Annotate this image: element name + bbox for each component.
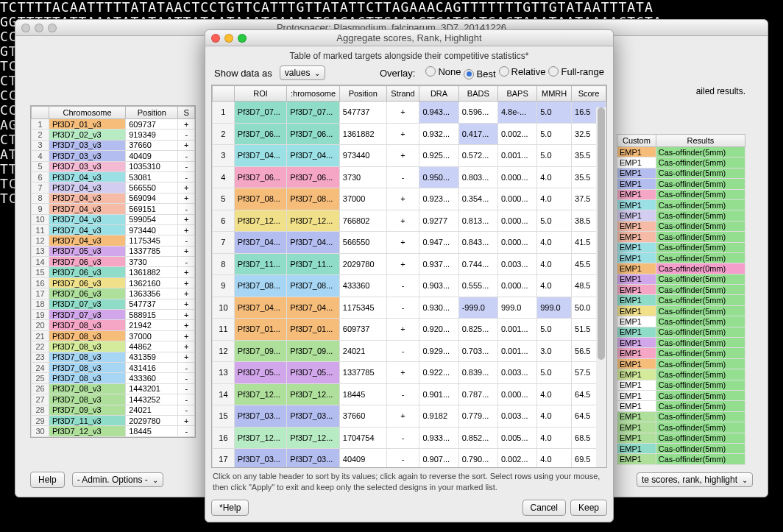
scrollbar[interactable] [596, 107, 606, 467]
table-row[interactable]: EMP1Cas-offinder(5mm) [617, 369, 745, 380]
col-header[interactable]: DRA [419, 86, 458, 102]
col-header[interactable]: :hromosome [287, 86, 339, 102]
table-row[interactable]: EMP1Cas-offinder(5mm) [617, 168, 745, 178]
col-header[interactable]: Chromosome [49, 107, 126, 119]
cancel-button[interactable]: Cancel [522, 500, 566, 516]
table-row[interactable]: 4Pf3D7_06...Pf3D7_06...3730-0.950...0.80… [213, 166, 606, 188]
table-row[interactable]: 28Pf3D7_09_v324021- [32, 405, 195, 415]
col-header[interactable]: S [178, 107, 195, 119]
table-row[interactable]: EMP1Cas-offinder(5mm) [617, 443, 745, 453]
table-row[interactable]: 6Pf3D7_12...Pf3D7_12...766802+0.92770.81… [213, 210, 606, 232]
table-row[interactable]: 1Pf3D7_01_v3609737+ [32, 119, 195, 130]
table-row[interactable]: 11Pf3D7_01...Pf3D7_01...609737+0.920...0… [213, 319, 606, 341]
table-row[interactable]: 18Pf3D7_07_v3547737+ [32, 299, 195, 309]
table-row[interactable]: 7Pf3D7_04_v3566550+ [32, 182, 195, 193]
table-row[interactable]: 8Pf3D7_11...Pf3D7_11...2029780+0.937...0… [213, 253, 606, 275]
col-header[interactable]: ROI [234, 86, 286, 102]
table-row[interactable]: EMP1Cas-offinder(5mm) [617, 348, 745, 358]
dialog-help-button[interactable]: *Help [211, 500, 249, 516]
table-row[interactable]: 12Pf3D7_04_v31175345- [32, 235, 195, 246]
table-row[interactable]: EMP1Cas-offinder(5mm) [617, 210, 745, 221]
overlay-option-relative[interactable]: Relative [499, 66, 546, 77]
table-row[interactable]: 6Pf3D7_04_v353081- [32, 171, 195, 182]
table-row[interactable]: 13Pf3D7_05...Pf3D7_05...1337785+0.922...… [213, 362, 606, 384]
admin-options-select[interactable]: - Admin. Options - [72, 472, 163, 487]
table-row[interactable]: 3Pf3D7_04...Pf3D7_04...973440+0.925...0.… [213, 145, 606, 167]
col-header[interactable] [32, 107, 49, 119]
col-header[interactable]: Custom [617, 135, 656, 147]
table-row[interactable]: 12Pf3D7_09...Pf3D7_09...24021-0.929...0.… [213, 340, 606, 362]
table-row[interactable]: 24Pf3D7_08_v3431416- [32, 362, 195, 372]
col-header[interactable]: Position [339, 86, 386, 102]
table-row[interactable]: EMP1Cas-offinder(5mm) [617, 390, 745, 400]
table-row[interactable]: 2Pf3D7_06...Pf3D7_06...1361882+0.932...0… [213, 123, 606, 145]
overlay-option-best[interactable]: Best [464, 68, 495, 79]
table-row[interactable]: 1Pf3D7_07...Pf3D7_07...547737+0.943...0.… [213, 102, 606, 124]
table-row[interactable]: 16Pf3D7_12...Pf3D7_12...1704754-0.933...… [213, 427, 606, 449]
table-row[interactable]: EMP1Cas-offinder(5mm) [617, 274, 745, 284]
table-row[interactable]: EMP1Cas-offinder(5mm) [617, 338, 745, 348]
table-row[interactable]: 15Pf3D7_06_v31361882+ [32, 267, 195, 277]
left-table[interactable]: ChromosomePositionS1Pf3D7_01_v3609737+2P… [30, 105, 196, 438]
table-row[interactable]: EMP1Cas-offinder(5mm) [617, 232, 745, 242]
right-table[interactable]: CustomResultsEMP1Cas-offinder(5mm)EMP1Ca… [617, 134, 745, 465]
table-row[interactable]: EMP1Cas-offinder(5mm) [617, 189, 745, 199]
overlay-option-none[interactable]: None [425, 66, 461, 77]
table-row[interactable]: EMP1Cas-offinder(5mm) [617, 285, 745, 295]
table-row[interactable]: EMP1Cas-offinder(5mm) [617, 327, 745, 337]
table-row[interactable]: 30Pf3D7_12_v318445- [32, 426, 195, 436]
table-row[interactable]: 3Pf3D7_03_v337660+ [32, 140, 195, 150]
table-row[interactable]: EMP1Cas-offinder(5mm) [617, 411, 745, 422]
table-row[interactable]: EMP1Cas-offinder(5mm) [617, 157, 745, 168]
table-row[interactable]: EMP1Cas-offinder(5mm) [617, 295, 745, 305]
overlay-option-full-range[interactable]: Full-range [548, 66, 604, 77]
table-row[interactable]: EMP1Cas-offinder(5mm) [617, 454, 745, 464]
table-row[interactable]: EMP1Cas-offinder(5mm) [617, 433, 745, 443]
table-row[interactable]: 29Pf3D7_11_v32029780+ [32, 415, 195, 425]
table-row[interactable]: 7Pf3D7_04...Pf3D7_04...566550+0.947...0.… [213, 232, 606, 254]
table-row[interactable]: EMP1Cas-offinder(5mm) [617, 221, 745, 231]
dialog-titlebar[interactable]: Aggregate scores, Rank, Highlight [205, 30, 613, 46]
table-row[interactable]: 13Pf3D7_05_v31337785+ [32, 246, 195, 256]
table-row[interactable]: 26Pf3D7_08_v31443201- [32, 383, 195, 394]
show-data-select[interactable]: values [280, 65, 326, 80]
table-row[interactable]: EMP1Cas-offinder(5mm) [617, 316, 745, 327]
table-row[interactable]: EMP1Cas-offinder(5mm) [617, 147, 745, 157]
table-row[interactable]: EMP1Cas-offinder(5mm) [617, 252, 745, 263]
keep-button[interactable]: Keep [570, 500, 607, 516]
col-header[interactable]: BADS [458, 86, 497, 102]
col-header[interactable]: Position [126, 107, 178, 119]
table-row[interactable]: EMP1Cas-offinder(0mm) [617, 263, 745, 274]
col-header[interactable]: Strand [386, 86, 419, 102]
col-header[interactable]: MMRH [537, 86, 572, 102]
scores-rank-select[interactable]: te scores, rank, highlight [637, 472, 753, 487]
table-row[interactable]: EMP1Cas-offinder(5mm) [617, 305, 745, 316]
table-row[interactable]: 14Pf3D7_12...Pf3D7_12...18445-0.901...0.… [213, 383, 606, 405]
col-header[interactable]: Results [656, 135, 745, 147]
table-row[interactable]: EMP1Cas-offinder(5mm) [617, 401, 745, 411]
table-row[interactable]: 9Pf3D7_04_v3569151- [32, 204, 195, 214]
table-row[interactable]: 14Pf3D7_06_v33730- [32, 257, 195, 267]
table-row[interactable]: 11Pf3D7_04_v3973440+ [32, 224, 195, 235]
col-header[interactable]: Score [572, 86, 606, 102]
table-row[interactable]: 4Pf3D7_03_v340409- [32, 151, 195, 161]
table-row[interactable]: 2Pf3D7_02_v3919349- [32, 130, 195, 140]
table-row[interactable]: 25Pf3D7_08_v3433360- [32, 373, 195, 383]
table-row[interactable]: 17Pf3D7_06_v31363356+ [32, 288, 195, 299]
table-row[interactable]: EMP1Cas-offinder(5mm) [617, 179, 745, 189]
table-row[interactable]: EMP1Cas-offinder(5mm) [617, 242, 745, 252]
table-row[interactable]: 22Pf3D7_08_v344862+ [32, 341, 195, 352]
table-row[interactable]: EMP1Cas-offinder(5mm) [617, 358, 745, 369]
table-row[interactable]: 9Pf3D7_08...Pf3D7_08...433360-0.903...0.… [213, 275, 606, 297]
table-row[interactable]: 10Pf3D7_04_v3599054+ [32, 214, 195, 224]
table-row[interactable]: 21Pf3D7_08_v337000+ [32, 330, 195, 341]
table-row[interactable]: EMP1Cas-offinder(5mm) [617, 199, 745, 210]
table-row[interactable]: 17Pf3D7_03...Pf3D7_03...40409-0.907...0.… [213, 449, 606, 469]
help-button[interactable]: Help [30, 472, 65, 488]
col-header[interactable] [213, 86, 235, 102]
table-row[interactable]: 27Pf3D7_08_v31443252- [32, 394, 195, 405]
table-row[interactable]: 5Pf3D7_08...Pf3D7_08...37000+0.923...0.3… [213, 188, 606, 210]
aggregate-table[interactable]: ROI:hromosomePositionStrandDRABADSBAPSMM… [211, 85, 607, 468]
col-header[interactable]: BAPS [497, 86, 536, 102]
table-row[interactable]: 20Pf3D7_08_v321942+ [32, 320, 195, 330]
